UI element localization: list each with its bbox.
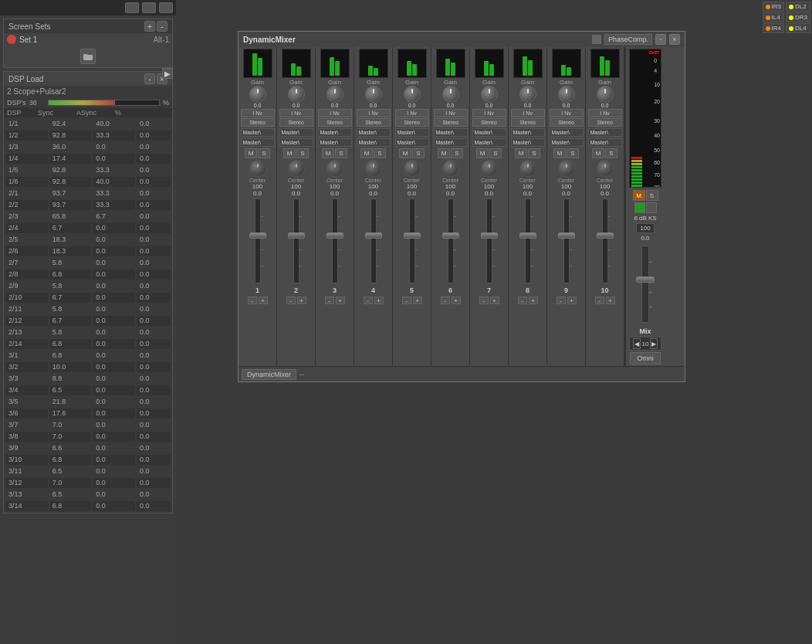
stereo-btn-5[interactable]: Stereo bbox=[395, 118, 429, 127]
fader-handle-3[interactable] bbox=[326, 232, 343, 239]
stereo-btn-1[interactable]: Stereo bbox=[241, 118, 275, 127]
mix-badge-left[interactable]: ◀ bbox=[633, 338, 641, 349]
m-btn-3[interactable]: M bbox=[322, 148, 334, 158]
stereo-btn-3[interactable]: Stereo bbox=[318, 118, 352, 127]
pan-knob-6[interactable] bbox=[442, 160, 459, 177]
stereo-btn-2[interactable]: Stereo bbox=[279, 118, 313, 127]
gain-knob-10[interactable] bbox=[597, 86, 614, 103]
pan-knob-9[interactable] bbox=[558, 160, 575, 177]
minus-btn-6[interactable]: - bbox=[441, 297, 450, 304]
stereo-btn-8[interactable]: Stereo bbox=[511, 118, 545, 127]
s-btn-5[interactable]: S bbox=[412, 148, 425, 158]
gain-knob-8[interactable] bbox=[519, 86, 536, 103]
inv-btn-2[interactable]: I Nv bbox=[279, 109, 313, 117]
gain-knob-3[interactable] bbox=[326, 86, 343, 103]
minus-btn-2[interactable]: - bbox=[286, 297, 296, 304]
minus-btn-8[interactable]: - bbox=[518, 297, 527, 304]
gain-knob-2[interactable] bbox=[288, 86, 305, 103]
fader-handle-9[interactable] bbox=[558, 232, 575, 239]
fader-handle-5[interactable] bbox=[404, 232, 421, 239]
plus-btn-4[interactable]: + bbox=[374, 297, 384, 304]
fader-handle-7[interactable] bbox=[481, 232, 498, 239]
minus-btn-4[interactable]: - bbox=[364, 297, 373, 304]
fader-handle-2[interactable] bbox=[288, 232, 305, 239]
gain-knob-4[interactable] bbox=[365, 86, 382, 103]
gain-knob-1[interactable] bbox=[249, 86, 266, 103]
m-btn-5[interactable]: M bbox=[399, 148, 411, 158]
fader-handle-4[interactable] bbox=[365, 232, 382, 239]
pan-knob-2[interactable] bbox=[288, 160, 305, 177]
minus-btn-5[interactable]: - bbox=[402, 297, 411, 304]
minus-btn-3[interactable]: - bbox=[325, 297, 334, 304]
s-btn-3[interactable]: S bbox=[335, 148, 347, 158]
s-btn-8[interactable]: S bbox=[528, 148, 540, 158]
pan-knob-10[interactable] bbox=[597, 160, 614, 177]
fader-handle-10[interactable] bbox=[597, 232, 614, 239]
stereo-btn-9[interactable]: Stereo bbox=[550, 118, 584, 127]
minus-btn-9[interactable]: - bbox=[557, 297, 566, 304]
pan-knob-3[interactable] bbox=[326, 160, 343, 177]
master-fader-handle[interactable] bbox=[636, 276, 655, 283]
stereo-btn-6[interactable]: Stereo bbox=[434, 118, 468, 127]
master-sq2[interactable] bbox=[646, 202, 657, 213]
gain-knob-5[interactable] bbox=[404, 86, 421, 103]
s-btn-7[interactable]: S bbox=[489, 148, 502, 158]
inv-btn-5[interactable]: I Nv bbox=[395, 109, 429, 117]
s-btn-4[interactable]: S bbox=[374, 148, 386, 158]
plus-btn-6[interactable]: + bbox=[452, 297, 461, 304]
s-btn-9[interactable]: S bbox=[567, 148, 579, 158]
pan-knob-1[interactable] bbox=[249, 160, 266, 177]
s-btn-6[interactable]: S bbox=[451, 148, 463, 158]
mixer-win-close[interactable]: × bbox=[669, 34, 680, 45]
inv-btn-6[interactable]: I Nv bbox=[434, 109, 468, 117]
inv-btn-7[interactable]: I Nv bbox=[472, 109, 506, 117]
top-bar-btn-1[interactable] bbox=[125, 2, 139, 13]
mix-badge-right[interactable]: ▶ bbox=[650, 338, 658, 349]
m-btn-4[interactable]: M bbox=[360, 148, 373, 158]
s-btn-2[interactable]: S bbox=[296, 148, 309, 158]
inv-btn-9[interactable]: I Nv bbox=[550, 109, 584, 117]
plus-btn-10[interactable]: + bbox=[606, 297, 615, 304]
pan-knob-5[interactable] bbox=[404, 160, 421, 177]
mixer-minimize-icon[interactable] bbox=[592, 35, 601, 44]
top-bar-btn-3[interactable] bbox=[159, 2, 173, 13]
stereo-btn-7[interactable]: Stereo bbox=[472, 118, 506, 127]
m-btn-9[interactable]: M bbox=[553, 148, 566, 158]
master-m-btn[interactable]: M bbox=[633, 190, 645, 201]
plus-btn-7[interactable]: + bbox=[490, 297, 499, 304]
m-btn-1[interactable]: M bbox=[245, 148, 257, 158]
fader-handle-1[interactable] bbox=[249, 232, 266, 239]
gain-knob-9[interactable] bbox=[558, 86, 575, 103]
inv-btn-10[interactable]: I Nv bbox=[588, 109, 622, 117]
master-s-btn[interactable]: S bbox=[646, 190, 658, 201]
inv-btn-1[interactable]: I Nv bbox=[241, 109, 275, 117]
plus-btn-1[interactable]: + bbox=[259, 297, 268, 304]
scroll-arrow[interactable]: ▶ bbox=[162, 68, 173, 79]
pan-knob-8[interactable] bbox=[519, 160, 536, 177]
fader-handle-6[interactable] bbox=[442, 232, 459, 239]
minus-btn-7[interactable]: - bbox=[479, 297, 489, 304]
dsp-minimize-btn[interactable]: - bbox=[144, 73, 155, 84]
omni-button[interactable]: Omni bbox=[630, 352, 661, 364]
m-btn-2[interactable]: M bbox=[283, 148, 296, 158]
pan-knob-7[interactable] bbox=[481, 160, 498, 177]
s-btn-1[interactable]: S bbox=[258, 148, 270, 158]
mixer-win-minimize[interactable]: - bbox=[655, 34, 666, 45]
s-btn-10[interactable]: S bbox=[605, 148, 617, 158]
dsp-table-scroll[interactable]: 1/1 92.4 40.0 0.01/2 92.8 33.3 0.01/3 36… bbox=[4, 117, 172, 513]
inv-btn-8[interactable]: I Nv bbox=[511, 109, 545, 117]
stereo-btn-10[interactable]: Stereo bbox=[588, 118, 622, 127]
screen-sets-remove-btn[interactable]: - bbox=[157, 21, 167, 32]
minus-btn-10[interactable]: - bbox=[595, 297, 604, 304]
inv-btn-4[interactable]: I Nv bbox=[357, 109, 391, 117]
fader-handle-8[interactable] bbox=[519, 232, 536, 239]
m-btn-10[interactable]: M bbox=[592, 148, 604, 158]
stereo-btn-4[interactable]: Stereo bbox=[357, 118, 391, 127]
m-btn-7[interactable]: M bbox=[476, 148, 489, 158]
gain-knob-6[interactable] bbox=[442, 86, 459, 103]
master-sq1[interactable] bbox=[634, 202, 645, 213]
m-btn-8[interactable]: M bbox=[515, 148, 527, 158]
plus-btn-2[interactable]: + bbox=[297, 297, 306, 304]
inv-btn-3[interactable]: I Nv bbox=[318, 109, 352, 117]
minus-btn-1[interactable]: - bbox=[248, 297, 257, 304]
